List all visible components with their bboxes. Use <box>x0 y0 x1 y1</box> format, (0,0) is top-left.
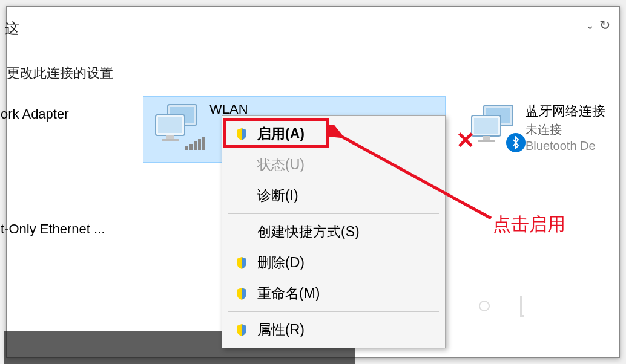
network-adapter-icon: ✕ <box>467 102 518 148</box>
toolbar: ⌄ ↻ <box>585 18 610 33</box>
menu-label: 属性(R) <box>257 320 305 339</box>
menu-separator <box>228 213 439 214</box>
adapter-item-ork[interactable]: ork Adapter <box>1 106 69 122</box>
adapter-status: 未连接 <box>526 122 605 138</box>
adapter-name: 蓝牙网络连接 <box>526 102 605 120</box>
svg-rect-9 <box>474 118 498 134</box>
partial-text: 这 <box>5 19 19 38</box>
menu-label: 重命名(M) <box>257 284 320 303</box>
disconnected-x-icon: ✕ <box>456 127 475 154</box>
adapter-device: Bluetooth De <box>526 139 605 153</box>
menu-item-status: 状态(U) <box>222 149 445 180</box>
annotation-text: 点击启用 <box>493 212 565 237</box>
context-menu: 启用(A) 状态(U) 诊断(I) 创建快捷方式(S) 删除(D) <box>222 115 446 348</box>
adapter-name: ork Adapter <box>1 106 69 122</box>
menu-label: 创建快捷方式(S) <box>257 223 360 241</box>
network-connections-window: 这 ⌄ ↻ 更改此连接的设置 ork Adapter <box>6 6 620 358</box>
menu-item-rename[interactable]: 重命名(M) <box>222 278 445 309</box>
partial-element <box>479 288 558 324</box>
section-label: 更改此连接的设置 <box>7 64 113 82</box>
menu-item-properties[interactable]: 属性(R) <box>222 314 445 345</box>
menu-label: 删除(D) <box>257 253 305 272</box>
menu-item-enable[interactable]: 启用(A) <box>222 119 445 149</box>
adapter-item-bluetooth[interactable]: ✕ 蓝牙网络连接 未连接 Bluetooth De <box>467 102 605 153</box>
menu-item-diagnose[interactable]: 诊断(I) <box>222 180 445 211</box>
svg-rect-11 <box>478 140 495 142</box>
svg-rect-10 <box>483 136 490 140</box>
refresh-icon[interactable]: ↻ <box>599 18 610 33</box>
adapter-item-ethernet[interactable]: t-Only Ethernet ... <box>1 221 105 237</box>
shield-icon <box>234 287 249 301</box>
svg-rect-5 <box>162 139 179 141</box>
shield-icon <box>234 256 249 270</box>
menu-label: 启用(A) <box>257 125 305 143</box>
shield-icon <box>234 127 249 141</box>
adapter-name: t-Only Ethernet ... <box>1 221 105 237</box>
menu-item-shortcut[interactable]: 创建快捷方式(S) <box>222 216 445 247</box>
svg-rect-4 <box>166 135 174 139</box>
shield-icon <box>234 323 249 337</box>
menu-item-delete[interactable]: 删除(D) <box>222 247 445 278</box>
menu-label: 状态(U) <box>257 155 305 174</box>
signal-bars-icon <box>185 137 205 150</box>
view-dropdown-icon[interactable]: ⌄ <box>585 19 595 32</box>
network-adapter-icon <box>151 102 202 147</box>
menu-separator <box>228 311 439 312</box>
bluetooth-icon <box>506 133 526 152</box>
svg-rect-3 <box>158 117 182 133</box>
menu-label: 诊断(I) <box>257 186 298 205</box>
